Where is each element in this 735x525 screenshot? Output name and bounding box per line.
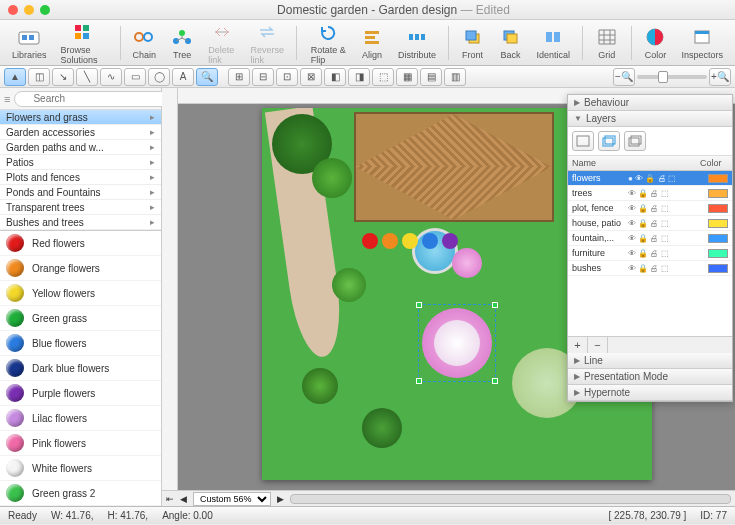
- snap-tool-1[interactable]: ⊞: [228, 68, 250, 86]
- tree-icon: [170, 26, 194, 48]
- layer-row[interactable]: flowers● 👁 🔒 🖨 ⬚: [568, 171, 732, 186]
- zoom-slider[interactable]: [637, 75, 707, 79]
- svg-rect-1: [22, 35, 27, 40]
- shape-row[interactable]: Green grass: [0, 306, 161, 331]
- status-angle: Angle: 0.00: [162, 510, 213, 521]
- shape-row[interactable]: Purple flowers: [0, 381, 161, 406]
- snap-tool-7[interactable]: ⬚: [372, 68, 394, 86]
- add-layer-button[interactable]: +: [568, 337, 588, 353]
- snap-tool-10[interactable]: ▥: [444, 68, 466, 86]
- snap-tool-4[interactable]: ⊠: [300, 68, 322, 86]
- front-button[interactable]: Front: [455, 24, 491, 62]
- snap-tool-6[interactable]: ◨: [348, 68, 370, 86]
- inspectors-button[interactable]: Inspectors: [675, 24, 729, 62]
- rect-tool[interactable]: ▭: [124, 68, 146, 86]
- page-nav-prev[interactable]: ◀: [180, 494, 187, 504]
- category-row[interactable]: Patios▸: [0, 155, 161, 170]
- solutions-icon: [72, 21, 96, 43]
- distribute-button[interactable]: Distribute: [392, 24, 442, 62]
- line-section-header[interactable]: ▶Line: [568, 353, 732, 369]
- category-list: Flowers and grass▸Garden accessories▸Gar…: [0, 110, 161, 231]
- minimize-window-button[interactable]: [24, 5, 34, 15]
- rotate-flip-button[interactable]: Rotate & Flip: [305, 19, 352, 67]
- remove-layer-button[interactable]: −: [588, 337, 608, 353]
- identical-button[interactable]: Identical: [531, 24, 577, 62]
- shape-row[interactable]: Red flowers: [0, 231, 161, 256]
- connector-tool[interactable]: ↘: [52, 68, 74, 86]
- align-button[interactable]: Align: [354, 24, 390, 62]
- tree-button[interactable]: Tree: [164, 24, 200, 62]
- snap-tool-5[interactable]: ◧: [324, 68, 346, 86]
- svg-rect-2: [29, 35, 34, 40]
- status-position: [ 225.78, 230.79 ]: [608, 510, 686, 521]
- back-button[interactable]: Back: [493, 24, 529, 62]
- shape-row[interactable]: Dark blue flowers: [0, 356, 161, 381]
- page-nav-first[interactable]: ⇤: [166, 494, 174, 504]
- curve-tool[interactable]: ∿: [100, 68, 122, 86]
- zoom-tool[interactable]: 🔍: [196, 68, 218, 86]
- search-input[interactable]: [14, 91, 179, 107]
- layer-mode-2[interactable]: [598, 131, 620, 151]
- delete-link-button[interactable]: Delete link: [202, 19, 242, 67]
- category-row[interactable]: Ponds and Fountains▸: [0, 185, 161, 200]
- shape-row[interactable]: Yellow flowers: [0, 281, 161, 306]
- select-tool[interactable]: ▲: [4, 68, 26, 86]
- close-window-button[interactable]: [8, 5, 18, 15]
- back-icon: [499, 26, 523, 48]
- category-row[interactable]: Bushes and trees▸: [0, 215, 161, 230]
- shape-row[interactable]: White flowers: [0, 456, 161, 481]
- category-row[interactable]: Garden accessories▸: [0, 125, 161, 140]
- identical-icon: [541, 26, 565, 48]
- rotate-icon: [316, 21, 340, 43]
- shape-row[interactable]: Blue flowers: [0, 331, 161, 356]
- hypernote-section-header[interactable]: ▶Hypernote: [568, 385, 732, 401]
- layer-row[interactable]: house, patio👁 🔒 🖨 ⬚: [568, 216, 732, 231]
- snap-tool-2[interactable]: ⊟: [252, 68, 274, 86]
- shape-row[interactable]: Pink flowers: [0, 431, 161, 456]
- layer-mode-1[interactable]: [572, 131, 594, 151]
- zoom-window-button[interactable]: [40, 5, 50, 15]
- grid-icon: [595, 26, 619, 48]
- category-row[interactable]: Flowers and grass▸: [0, 110, 161, 125]
- libraries-button[interactable]: Libraries: [6, 24, 53, 62]
- hamburger-icon[interactable]: ≡: [4, 93, 10, 105]
- color-icon: [643, 26, 667, 48]
- color-button[interactable]: Color: [637, 24, 673, 62]
- layer-row[interactable]: fountain,...👁 🔒 🖨 ⬚: [568, 231, 732, 246]
- svg-rect-27: [577, 136, 589, 146]
- layer-row[interactable]: plot, fence👁 🔒 🖨 ⬚: [568, 201, 732, 216]
- behaviour-section-header[interactable]: ▶Behaviour: [568, 95, 732, 111]
- svg-rect-5: [75, 33, 81, 39]
- chain-button[interactable]: Chain: [126, 24, 162, 62]
- snap-tool-8[interactable]: ▦: [396, 68, 418, 86]
- horizontal-scrollbar[interactable]: [290, 494, 731, 504]
- lasso-tool[interactable]: ◫: [28, 68, 50, 86]
- category-row[interactable]: Plots and fences▸: [0, 170, 161, 185]
- canvas-footer: ⇤ ◀ Custom 56% ▶: [162, 490, 735, 506]
- delete-link-icon: [210, 21, 234, 43]
- zoom-out-button[interactable]: −🔍: [613, 68, 635, 86]
- category-row[interactable]: Transparent trees▸: [0, 200, 161, 215]
- page-nav-next[interactable]: ▶: [277, 494, 284, 504]
- layer-row[interactable]: bushes👁 🔒 🖨 ⬚: [568, 261, 732, 276]
- layers-section-header[interactable]: ▼Layers: [568, 111, 732, 127]
- grid-button[interactable]: Grid: [589, 24, 625, 62]
- text-tool[interactable]: A: [172, 68, 194, 86]
- ellipse-tool[interactable]: ◯: [148, 68, 170, 86]
- browse-solutions-button[interactable]: Browse Solutions: [55, 19, 114, 67]
- align-icon: [360, 26, 384, 48]
- zoom-select[interactable]: Custom 56%: [193, 492, 271, 506]
- layer-row[interactable]: trees👁 🔒 🖨 ⬚: [568, 186, 732, 201]
- snap-tool-9[interactable]: ▤: [420, 68, 442, 86]
- reverse-link-button[interactable]: Reverse link: [245, 19, 291, 67]
- layer-mode-3[interactable]: [624, 131, 646, 151]
- shape-row[interactable]: Orange flowers: [0, 256, 161, 281]
- shape-row[interactable]: Green grass 2: [0, 481, 161, 506]
- category-row[interactable]: Garden paths and w...▸: [0, 140, 161, 155]
- zoom-in-button[interactable]: +🔍: [709, 68, 731, 86]
- snap-tool-3[interactable]: ⊡: [276, 68, 298, 86]
- presentation-section-header[interactable]: ▶Presentation Mode: [568, 369, 732, 385]
- shape-row[interactable]: Lilac flowers: [0, 406, 161, 431]
- layer-row[interactable]: furniture👁 🔒 🖨 ⬚: [568, 246, 732, 261]
- line-tool[interactable]: ╲: [76, 68, 98, 86]
